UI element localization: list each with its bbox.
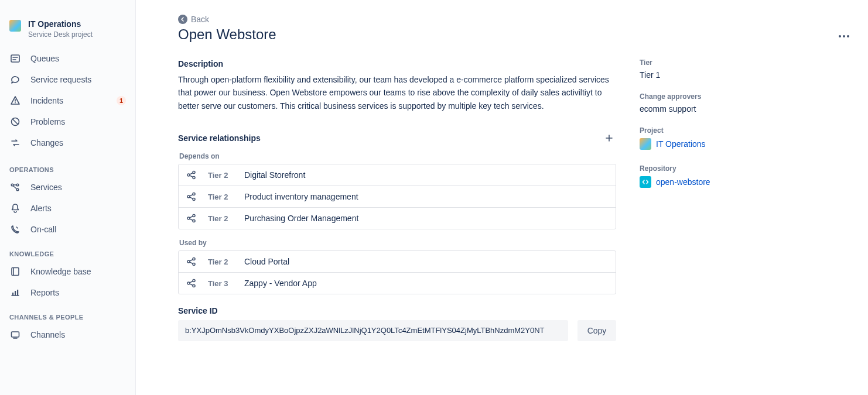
sidebar-item-label: Changes: [30, 138, 126, 147]
add-relationship-button[interactable]: [602, 131, 616, 145]
back-arrow-icon: [178, 15, 187, 24]
svg-point-26: [187, 260, 190, 263]
relationship-name: Purchasing Order Management: [244, 214, 358, 223]
project-header[interactable]: IT Operations Service Desk project: [5, 14, 131, 48]
relationship-row[interactable]: Tier 2Digital Storefront: [179, 164, 616, 186]
relationship-name: Product inventory management: [244, 192, 358, 201]
services-icon: [9, 181, 21, 193]
page-title: Open Webstore: [178, 26, 616, 43]
project-icon: [9, 20, 21, 32]
svg-point-21: [193, 193, 195, 195]
sidebar-item-on-call[interactable]: On-call: [5, 219, 131, 240]
alerts-icon: [9, 202, 21, 214]
svg-rect-10: [12, 268, 19, 276]
svg-point-27: [193, 258, 195, 260]
sidebar-item-label: Reports: [30, 288, 126, 297]
project-link[interactable]: IT Operations: [640, 138, 706, 150]
svg-rect-14: [17, 290, 18, 296]
sidebar-item-knowledge-base[interactable]: Knowledge base: [5, 261, 131, 282]
sidebar-item-services[interactable]: Services: [5, 177, 131, 198]
project-link-icon: [640, 138, 651, 150]
back-label: Back: [191, 15, 209, 24]
kb-icon: [9, 266, 21, 277]
sidebar-item-incidents[interactable]: Incidents1: [5, 90, 131, 111]
incident-icon: [9, 95, 21, 107]
sidebar-group-label: CHANNELS & PEOPLE: [5, 303, 131, 324]
changes-icon: [9, 137, 21, 149]
tier-value: Tier 1: [640, 70, 815, 80]
relationship-name: Digital Storefront: [244, 170, 305, 180]
relationship-icon: [186, 277, 197, 289]
sidebar-item-service-requests[interactable]: Service requests: [5, 69, 131, 90]
svg-point-24: [193, 215, 195, 217]
copy-button[interactable]: Copy: [577, 320, 616, 341]
sidebar: IT Operations Service Desk project Queue…: [0, 0, 136, 395]
svg-point-31: [193, 285, 195, 287]
relationship-row[interactable]: Tier 3Zappy - Vendor App: [179, 273, 616, 294]
svg-point-8: [16, 184, 19, 186]
sidebar-item-queues[interactable]: Queues: [5, 48, 131, 69]
relationship-group-label: Used by: [179, 239, 616, 247]
project-link-label: Project: [640, 126, 815, 135]
svg-point-20: [187, 195, 190, 198]
svg-point-29: [187, 282, 190, 284]
description-heading: Description: [178, 59, 616, 68]
svg-point-22: [193, 198, 195, 201]
service-id-value[interactable]: b:YXJpOmNsb3VkOmdyYXBoOjpzZXJ2aWNlLzJlNj…: [178, 320, 568, 341]
svg-point-25: [193, 220, 195, 222]
relationship-name: Cloud Portal: [244, 257, 289, 266]
sidebar-item-problems[interactable]: Problems: [5, 111, 131, 132]
reports-icon: [9, 287, 21, 298]
back-link[interactable]: Back: [178, 15, 209, 24]
sidebar-item-label: Queues: [30, 54, 126, 63]
relationship-tier: Tier 2: [208, 257, 234, 266]
sidebar-item-label: Knowledge base: [30, 267, 126, 276]
repository-link[interactable]: open-webstore: [640, 176, 710, 188]
more-actions-button[interactable]: [836, 33, 852, 40]
tier-label: Tier: [640, 59, 815, 67]
project-link-text: IT Operations: [656, 139, 706, 149]
project-subtitle: Service Desk project: [28, 30, 93, 39]
svg-point-30: [193, 280, 195, 282]
svg-point-23: [187, 217, 190, 219]
project-name: IT Operations: [28, 19, 93, 29]
badge: 1: [117, 96, 126, 105]
sidebar-item-alerts[interactable]: Alerts: [5, 198, 131, 219]
sidebar-item-label: Alerts: [30, 204, 126, 213]
svg-rect-15: [12, 332, 19, 337]
svg-rect-13: [15, 291, 16, 296]
relationship-table: Tier 2Cloud PortalTier 3Zappy - Vendor A…: [178, 250, 616, 294]
sidebar-item-channels[interactable]: Channels: [5, 324, 131, 345]
relationships-heading: Service relationships: [178, 133, 261, 143]
svg-point-28: [193, 263, 195, 266]
svg-rect-0: [11, 55, 19, 62]
sidebar-group-label: OPERATIONS: [5, 156, 131, 177]
repository-label: Repository: [640, 164, 815, 173]
code-icon: [640, 176, 651, 188]
sidebar-item-reports[interactable]: Reports: [5, 282, 131, 303]
svg-rect-12: [12, 293, 13, 296]
queues-icon: [9, 53, 21, 64]
sidebar-group-label: KNOWLEDGE: [5, 240, 131, 261]
relationship-row[interactable]: Tier 2Cloud Portal: [179, 251, 616, 273]
problem-icon: [9, 116, 21, 128]
relationship-icon: [186, 212, 197, 224]
copy-label: Copy: [587, 326, 607, 335]
relationship-row[interactable]: Tier 2Product inventory management: [179, 186, 616, 208]
relationship-group-label: Depends on: [179, 152, 616, 160]
svg-point-18: [193, 171, 195, 174]
relationship-tier: Tier 2: [208, 193, 234, 201]
sidebar-item-changes[interactable]: Changes: [5, 132, 131, 153]
sidebar-item-label: Services: [30, 183, 126, 192]
svg-line-6: [13, 119, 18, 125]
relationship-name: Zappy - Vendor App: [244, 279, 317, 288]
change-approvers-value: ecomm support: [640, 104, 815, 114]
svg-point-4: [15, 102, 16, 104]
relationship-row[interactable]: Tier 2Purchasing Order Management: [179, 208, 616, 229]
svg-point-17: [187, 174, 190, 176]
svg-point-9: [16, 188, 19, 191]
sidebar-item-label: Channels: [30, 330, 126, 339]
sidebar-item-label: On-call: [30, 225, 126, 234]
relationship-tier: Tier 2: [208, 214, 234, 223]
repository-link-text: open-webstore: [656, 177, 710, 187]
